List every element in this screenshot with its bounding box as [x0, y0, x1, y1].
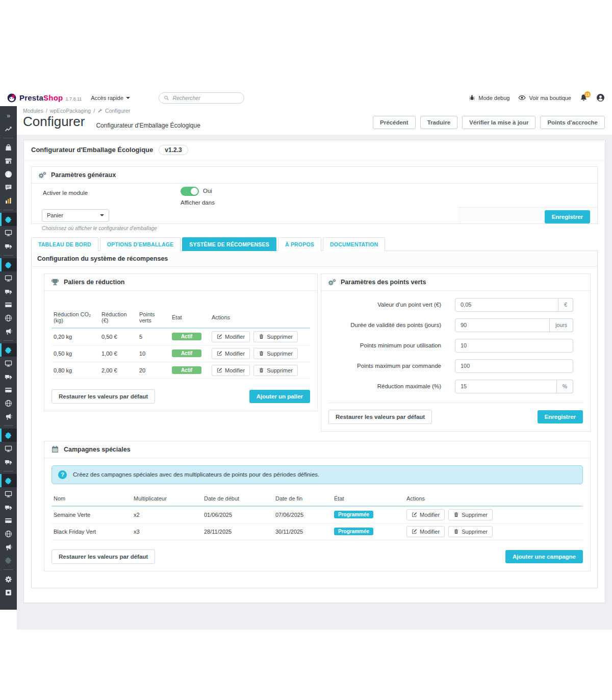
edit-button[interactable]: Modifier: [212, 348, 250, 359]
monitor-icon: [5, 445, 12, 453]
sidebar-item-mega[interactable]: [0, 324, 17, 338]
search-input[interactable]: [172, 95, 239, 101]
sidebar-item-globe[interactable]: [0, 527, 17, 540]
tab-tableau-de-bord[interactable]: TABLEAU DE BORD: [31, 237, 98, 251]
camp-col-end: Date de fin: [273, 492, 332, 506]
sidebar-item-sqdot[interactable]: [0, 586, 17, 599]
tiers-panel: Paliers de réduction Réduction CO₂ (kg) …: [44, 273, 318, 411]
sidebar-item-chart[interactable]: [0, 194, 17, 207]
sidebar-item-globe[interactable]: [0, 396, 17, 410]
translate-button[interactable]: Traduire: [420, 116, 457, 129]
sidebar-item-globe[interactable]: [0, 311, 17, 324]
tab-options-emballage[interactable]: OPTIONS D'EMBALLAGE: [100, 237, 181, 251]
sidebar-item-truck[interactable]: [0, 370, 17, 383]
sidebar-item-puzzle[interactable]: [0, 213, 17, 226]
sidebar-item-puzzle[interactable]: [0, 554, 17, 567]
sidebar-item-monitor[interactable]: [0, 442, 17, 455]
tiers-col-reduction: Réduction (€): [99, 308, 137, 328]
sidebar-item-store[interactable]: [0, 154, 17, 167]
sidebar-item-truck[interactable]: [0, 285, 17, 298]
tiers-restore-button[interactable]: Restaurer les valeurs par défaut: [52, 389, 155, 404]
sidebar-item-mega[interactable]: [0, 410, 17, 423]
sidebar-item-expand[interactable]: »: [0, 109, 17, 122]
sidebar-item-puzzle[interactable]: [0, 343, 17, 357]
sidebar-item-monitor[interactable]: [0, 226, 17, 239]
display-in-select[interactable]: Panier: [42, 209, 109, 222]
delete-button[interactable]: Supprimer: [448, 509, 493, 520]
general-save-button[interactable]: Enregistrer: [545, 210, 590, 223]
tab-systeme-recompenses[interactable]: SYSTÈME DE RÉCOMPENSES: [182, 237, 276, 251]
notification-badge: 13: [584, 91, 591, 97]
sidebar-item-puzzle[interactable]: [0, 258, 17, 271]
check-update-button[interactable]: Vérifier la mise à jour: [462, 116, 536, 129]
breadcrumb-configure[interactable]: Configurer: [105, 108, 130, 114]
trend-icon: [5, 125, 12, 133]
quick-access-menu[interactable]: Accès rapide: [91, 95, 130, 101]
sidebar-item-chat[interactable]: [0, 181, 17, 194]
delete-button[interactable]: Supprimer: [253, 365, 298, 376]
sidebar-item-truck[interactable]: [0, 239, 17, 253]
account-avatar[interactable]: [596, 93, 605, 102]
points-settings-footer: Restaurer les valeurs par défaut Enregis…: [328, 403, 583, 424]
delete-button[interactable]: Supprimer: [253, 331, 298, 342]
sidebar-item-mega[interactable]: [0, 540, 17, 554]
sidebar-item-card[interactable]: [0, 383, 17, 396]
prestashop-logo-icon: [7, 93, 16, 103]
view-shop[interactable]: Voir ma boutique: [518, 94, 571, 102]
main: Modules / wpEcoPackaging / Configurer Co…: [17, 106, 612, 630]
sidebar-item-gear[interactable]: [0, 572, 17, 586]
user-icon: [5, 170, 12, 178]
previous-button[interactable]: Précédent: [373, 116, 416, 129]
edit-button[interactable]: Modifier: [406, 509, 445, 520]
card-icon: [5, 301, 12, 309]
notifications-button[interactable]: 13: [580, 94, 588, 102]
edit-button[interactable]: Modifier: [212, 365, 250, 376]
sidebar-item-truck[interactable]: [0, 501, 17, 514]
sidebar-item-truck[interactable]: [0, 455, 17, 468]
campaigns-info-alert: ? Créez des campagnes spéciales avec des…: [52, 465, 583, 484]
sidebar-item-trend[interactable]: [0, 122, 17, 135]
sidebar-item-puzzle[interactable]: [0, 429, 17, 442]
points-restore-button[interactable]: Restaurer les valeurs par défaut: [328, 410, 432, 424]
mode-debug[interactable]: Mode debug: [469, 94, 509, 101]
form-row: Points minimum pour utilisation: [328, 339, 583, 353]
delete-button[interactable]: Supprimer: [448, 526, 493, 537]
point-value-input[interactable]: [455, 298, 558, 312]
add-campaign-button[interactable]: Ajouter une campagne: [505, 550, 583, 563]
sidebar-item-bag[interactable]: [0, 141, 17, 154]
hooks-button[interactable]: Points d'accroche: [540, 116, 605, 129]
sidebar-item-user[interactable]: [0, 167, 17, 181]
campaigns-restore-button[interactable]: Restaurer les valeurs par défaut: [52, 549, 155, 564]
breadcrumb-modules[interactable]: Modules: [23, 108, 43, 114]
max-reduction-input[interactable]: [455, 380, 557, 393]
tiers-col-actions: Actions: [210, 308, 310, 328]
sidebar-item-puzzle[interactable]: [0, 474, 17, 487]
edit-button[interactable]: Modifier: [406, 526, 445, 537]
display-in-helper: Choisissez où afficher le configurateur …: [42, 226, 157, 231]
sidebar-item-card[interactable]: [0, 514, 17, 527]
sidebar-item-monitor[interactable]: [0, 357, 17, 370]
sidebar-item-monitor[interactable]: [0, 487, 17, 501]
sidebar-divider: [4, 340, 13, 341]
edit-button[interactable]: Modifier: [212, 331, 250, 342]
truck-icon: [5, 458, 12, 466]
module-title: Configurateur d'Emballage Écologique: [31, 146, 153, 154]
points-save-button[interactable]: Enregistrer: [538, 410, 583, 423]
status-badge: Programmée: [334, 528, 373, 535]
max-points-input[interactable]: [455, 359, 573, 373]
delete-button[interactable]: Supprimer: [253, 348, 298, 359]
edit-icon: [217, 351, 222, 356]
prestashop-logo[interactable]: PrestaShop: [7, 93, 63, 103]
card-icon: [5, 386, 12, 394]
breadcrumb-module-name[interactable]: wpEcoPackaging: [50, 108, 91, 114]
add-tier-button[interactable]: Ajouter un palier: [249, 390, 310, 403]
sidebar-item-monitor[interactable]: [0, 271, 17, 285]
min-points-input[interactable]: [455, 339, 573, 353]
sidebar-item-card[interactable]: [0, 298, 17, 311]
enable-module-toggle[interactable]: [181, 187, 199, 196]
validity-input[interactable]: [455, 318, 550, 332]
form-row: Durée de validité des points (jours) jou…: [328, 318, 583, 332]
tab-documentation[interactable]: DOCUMENTATION: [323, 237, 385, 251]
tab-a-propos[interactable]: À PROPOS: [278, 237, 321, 251]
globe-icon: [5, 314, 12, 322]
